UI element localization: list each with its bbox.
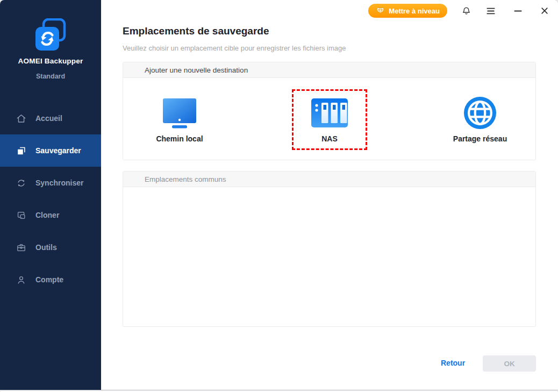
aomei-logo-icon — [34, 18, 67, 52]
app-window: AOMEI Backupper Standard Accueil — [0, 0, 558, 392]
destination-option-local-path[interactable]: Chemin local — [137, 96, 223, 143]
destination-label: NAS — [287, 134, 373, 143]
page-subtitle: Veuillez choisir un emplacement cible po… — [123, 44, 346, 52]
nas-icon — [287, 96, 373, 130]
sidebar-item-label: Compte — [35, 275, 63, 284]
titlebar: Mettre à niveau — [101, 0, 558, 22]
diamond-icon — [376, 7, 385, 15]
add-destination-panel: Ajouter une nouvelle destination — [123, 62, 536, 160]
menu-icon[interactable] — [485, 5, 497, 17]
sidebar-item-accueil[interactable]: Accueil — [0, 102, 101, 134]
common-locations-body — [123, 187, 535, 327]
sidebar-item-label: Synchroniser — [35, 179, 83, 187]
destination-option-nas[interactable]: NAS — [287, 96, 373, 143]
sidebar-item-sauvegarder[interactable]: Sauvegarder — [0, 134, 101, 167]
close-button[interactable] — [539, 5, 550, 17]
add-destination-header: Ajouter une nouvelle destination — [123, 62, 535, 78]
notification-bell-icon[interactable] — [460, 5, 472, 17]
sync-icon — [16, 178, 26, 188]
sidebar-item-label: Accueil — [35, 114, 62, 123]
minimize-button[interactable] — [512, 5, 524, 17]
app-edition: Standard — [0, 73, 101, 80]
common-locations-panel: Emplacements communs — [123, 171, 536, 327]
account-icon — [16, 275, 26, 285]
sidebar-item-label: Cloner — [35, 211, 59, 219]
window-bottom-border — [0, 390, 558, 392]
sidebar-item-outils[interactable]: Outils — [0, 231, 101, 263]
common-locations-header: Emplacements communs — [123, 172, 535, 187]
sidebar-nav: Accueil Sauvegarder — [0, 102, 101, 296]
network-share-icon — [437, 96, 523, 130]
upgrade-label: Mettre à niveau — [389, 7, 440, 15]
destination-option-network-share[interactable]: Partage réseau — [437, 96, 523, 143]
app-logo: AOMEI Backupper Standard — [0, 18, 101, 80]
sidebar-item-cloner[interactable]: Cloner — [0, 199, 101, 231]
clone-icon — [16, 210, 26, 220]
local-path-icon — [137, 96, 223, 130]
home-icon — [16, 113, 26, 124]
sidebar-item-label: Sauvegarder — [35, 146, 81, 155]
destination-label: Partage réseau — [437, 134, 523, 143]
upgrade-button[interactable]: Mettre à niveau — [368, 4, 447, 18]
sidebar-item-label: Outils — [35, 243, 57, 252]
sidebar-item-compte[interactable]: Compte — [0, 263, 101, 296]
app-name: AOMEI Backupper — [0, 57, 101, 65]
sidebar: AOMEI Backupper Standard Accueil — [0, 0, 101, 390]
sidebar-item-synchroniser[interactable]: Synchroniser — [0, 167, 101, 199]
tools-icon — [16, 243, 26, 253]
main-content: Emplacements de sauvegarde Veuillez choi… — [101, 0, 558, 390]
back-link[interactable]: Retour — [441, 359, 465, 367]
ok-button[interactable]: OK — [483, 355, 536, 372]
page-title: Emplacements de sauvegarde — [123, 25, 269, 37]
backup-icon — [16, 146, 26, 156]
destination-label: Chemin local — [137, 134, 223, 143]
